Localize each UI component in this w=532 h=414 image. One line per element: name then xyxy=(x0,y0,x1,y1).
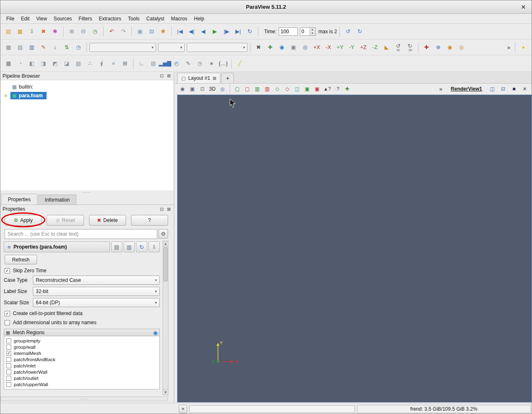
scrollbar-thumb[interactable] xyxy=(163,247,168,281)
mesh-region-checkbox[interactable] xyxy=(6,363,11,368)
menu-item[interactable]: Extractors xyxy=(96,15,125,23)
refresh-button[interactable]: Refresh xyxy=(5,255,37,264)
camera-redo-icon[interactable]: ↻ xyxy=(354,26,365,37)
mesh-region-checkbox[interactable] xyxy=(6,376,11,381)
menu-item[interactable]: View xyxy=(33,15,50,23)
isometric-view-icon[interactable]: ◣ xyxy=(381,42,392,53)
apply-button[interactable]: ⚙ Apply xyxy=(5,215,42,226)
plus-x-view-icon[interactable]: +X xyxy=(311,42,322,53)
contour-icon[interactable]: ◪ xyxy=(61,58,72,69)
hover-cells-icon[interactable]: ▲? xyxy=(322,84,332,94)
mesh-region-checkbox[interactable] xyxy=(6,338,11,343)
scroll-down-icon[interactable]: ▼ xyxy=(163,389,168,395)
interactive-select-points-icon[interactable]: ▣ xyxy=(312,84,322,94)
capture-screenshot-icon[interactable]: ⊡ xyxy=(146,26,157,37)
light-kit-icon[interactable]: ● xyxy=(518,42,529,53)
add-units-checkbox[interactable] xyxy=(5,320,10,325)
select-cells-on-icon[interactable]: ▢ xyxy=(233,84,242,94)
save-data-icon[interactable]: ▦ xyxy=(15,26,26,37)
undo-icon[interactable]: ↶ xyxy=(106,26,117,37)
frame-value-input[interactable] xyxy=(300,28,309,35)
auto-apply-icon[interactable]: ▣ xyxy=(134,26,146,37)
point-data-icon[interactable]: ▨ xyxy=(15,42,26,53)
mesh-region-row[interactable]: group/empty xyxy=(5,338,159,344)
save-defaults-icon[interactable]: ⇩ xyxy=(148,242,160,252)
close-view-icon[interactable]: ✕ xyxy=(520,84,530,94)
extract-time-steps-icon[interactable]: ◷ xyxy=(194,58,205,69)
restore-defaults-icon[interactable]: ◉ xyxy=(153,330,158,336)
plot-over-line-icon[interactable]: ∟ xyxy=(136,58,147,69)
copy-properties-icon[interactable]: ▤ xyxy=(111,242,122,252)
threshold-icon[interactable]: ◩ xyxy=(49,58,61,69)
group-datasets-icon[interactable]: ⊞ xyxy=(119,58,131,69)
mesh-region-row[interactable]: patch/upperWall xyxy=(5,381,159,387)
play-icon[interactable]: ▶ xyxy=(209,26,220,37)
last-frame-icon[interactable]: ▶| xyxy=(233,26,244,37)
probe-location-icon[interactable]: ✎ xyxy=(183,58,194,69)
skip-zero-time-row[interactable]: Skip Zero Time xyxy=(5,268,160,274)
cell-data-icon[interactable]: ▩ xyxy=(3,42,14,53)
mesh-region-row[interactable]: patch/lowerWall xyxy=(5,369,159,375)
rescale-temporal-icon[interactable]: ◷ xyxy=(73,42,84,53)
menu-item[interactable]: Macros xyxy=(168,15,191,23)
loop-icon[interactable]: ↻ xyxy=(244,26,255,37)
histogram-icon[interactable]: ▂▅▇ xyxy=(159,58,171,69)
show-center-axes-icon[interactable]: ⊕ xyxy=(433,42,444,53)
properties-section-header[interactable]: ≡ Properties (para.foam) xyxy=(4,242,110,252)
rescale-data-icon[interactable]: ↕ xyxy=(49,42,61,53)
camera-undo-icon[interactable]: ↺ xyxy=(342,26,354,37)
scalar-size-combo[interactable]: 64-bit (DP) xyxy=(33,298,160,307)
menu-item[interactable]: Tools xyxy=(125,15,143,23)
help-button[interactable]: ? xyxy=(131,215,168,226)
tab-properties[interactable]: Properties xyxy=(1,194,37,205)
hover-points-icon[interactable]: ·? xyxy=(332,84,342,94)
float-panel-icon[interactable]: ⊡ xyxy=(159,73,165,79)
disconnect-server-icon[interactable]: ⊟ xyxy=(78,26,89,37)
select-block-icon[interactable]: ◫ xyxy=(292,84,302,94)
color-by-combo[interactable] xyxy=(89,43,156,52)
minus-y-view-icon[interactable]: -Y xyxy=(346,42,357,53)
menu-item[interactable]: Catalyst xyxy=(143,15,168,23)
slice-icon[interactable]: ◨ xyxy=(38,58,49,69)
minus-x-view-icon[interactable]: -X xyxy=(323,42,334,53)
plot-over-time-icon[interactable]: ◴ xyxy=(171,58,182,69)
add-layout-tab-button[interactable]: + xyxy=(221,73,234,83)
minus-z-view-icon[interactable]: -Z xyxy=(369,42,381,53)
cancel-progress-button[interactable]: ✕ xyxy=(179,405,187,413)
label-size-combo[interactable]: 32-bit xyxy=(33,287,160,296)
mesh-region-checkbox[interactable] xyxy=(6,370,11,375)
plus-z-view-icon[interactable]: +Z xyxy=(358,42,369,53)
select-cells-through-icon[interactable]: ▥ xyxy=(252,84,262,94)
pipeline-item-builtin[interactable]: ▦ builtin: xyxy=(0,82,173,91)
spin-up-icon[interactable]: ▲ xyxy=(310,28,315,32)
ruler-icon[interactable]: ╱ xyxy=(234,58,245,69)
toolbar-overflow-icon[interactable]: » xyxy=(505,44,512,51)
spin-down-icon[interactable]: ▼ xyxy=(310,32,315,35)
visibility-eye-icon[interactable]: ◉ xyxy=(2,93,10,98)
skip-zero-time-checkbox[interactable] xyxy=(5,268,10,274)
reset-defaults-icon[interactable]: ↻ xyxy=(136,242,147,252)
rotate-90-ccw-icon[interactable]: ↺90 xyxy=(393,42,404,53)
next-frame-icon[interactable]: |▶ xyxy=(221,26,232,37)
maximize-view-icon[interactable]: ■ xyxy=(509,84,519,94)
mesh-region-row[interactable]: internalMesh xyxy=(5,350,159,356)
search-input[interactable] xyxy=(5,229,157,239)
extract-subset-icon[interactable]: ▧ xyxy=(73,58,84,69)
timer-icon[interactable]: ◷ xyxy=(89,26,101,37)
select-points-through-icon[interactable]: ▥ xyxy=(262,84,272,94)
time-value-input[interactable] xyxy=(279,27,298,36)
rescale-custom-icon[interactable]: ⇅ xyxy=(61,42,72,53)
close-panel-icon[interactable]: ⊠ xyxy=(166,73,172,79)
show-orientation-axes-icon[interactable]: ✚ xyxy=(421,42,432,53)
capture-icon[interactable]: ▣ xyxy=(188,84,197,94)
mesh-region-checkbox[interactable] xyxy=(6,351,11,356)
edit-colormap-icon[interactable]: ✎ xyxy=(38,42,49,53)
frame-spinner[interactable]: ▲ ▼ xyxy=(300,27,316,36)
zoom-to-data-icon[interactable]: ✚ xyxy=(265,42,276,53)
programmable-filter-icon[interactable]: {…} xyxy=(218,58,229,69)
case-type-combo[interactable]: Reconstructed Case xyxy=(33,276,160,285)
connect-server-icon[interactable]: ⊞ xyxy=(66,26,77,37)
reset-button[interactable]: ⊘ Reset xyxy=(47,215,84,226)
play-backward-icon[interactable]: ◀ xyxy=(198,26,209,37)
calculator-icon[interactable]: ▦ xyxy=(3,58,14,69)
